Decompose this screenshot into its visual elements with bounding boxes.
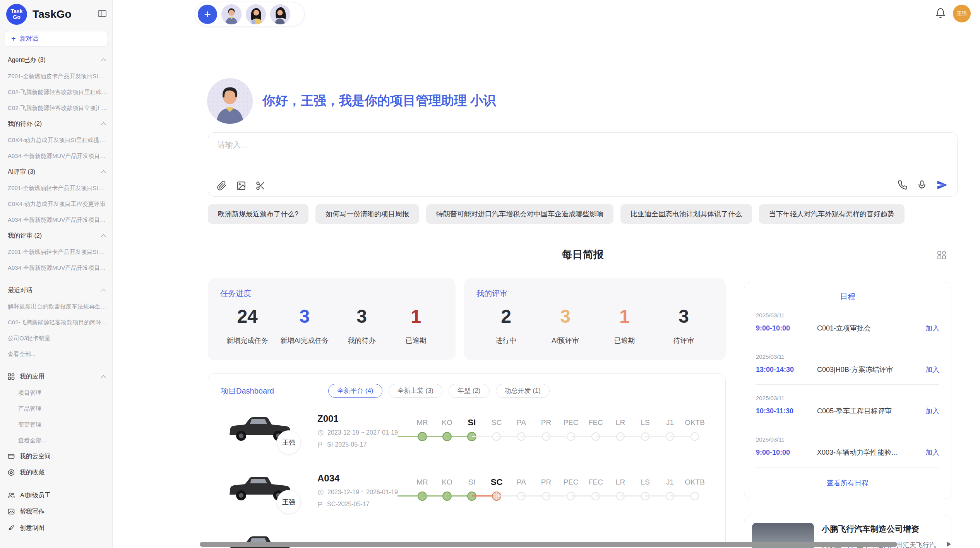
suggestion-chip[interactable]: 当下年轻人对汽车外观有怎样的喜好趋势	[759, 204, 905, 224]
filter-pill[interactable]: 全新上装 (3)	[389, 384, 443, 398]
greeting-text: 你好，王强，我是你的项目管理助理 小识	[262, 92, 496, 110]
section-my-apps[interactable]: 我的应用	[8, 368, 108, 385]
list-item[interactable]: 公司Q3轻卡销量	[8, 330, 108, 346]
list-item[interactable]: A034-全新新能源MUV产品开发项目法规符合性评审	[8, 212, 108, 228]
sidebar-collapse-icon[interactable]	[98, 9, 107, 19]
list-item[interactable]: C0X4-动力总成开发项目工程变更评审	[8, 196, 108, 212]
list-item[interactable]: C02-飞腾新能源轻客改款项目的闭环通告反馈情况	[8, 314, 108, 330]
suggestion-chip[interactable]: 特朗普可能对进口汽车增税会对中国车企造成哪些影响	[426, 204, 613, 224]
section-my-todo[interactable]: 我的待办 (2)	[8, 116, 108, 132]
user-avatar-badge[interactable]: 王强	[953, 5, 971, 22]
list-item[interactable]: Z001-全新燃油皮卡产品开发项目SI节点Lesson Learn报告	[8, 68, 108, 84]
clock-icon	[317, 430, 324, 436]
list-item[interactable]: A034-全新新能源MUV产品开发项目造型可行性评审	[8, 260, 108, 276]
list-item[interactable]: 解释最新出台的欧盟报废车法规再生塑料比例被调至15%...	[8, 298, 108, 314]
list-item[interactable]: Z001-全新燃油轻卡产品开发项目SI节点属性5D文件评审	[8, 244, 108, 260]
list-item[interactable]: A034-全新新能源MUV产品开发项目计划变更表编写	[8, 148, 108, 164]
clock-icon	[317, 489, 324, 496]
chevron-up-icon	[101, 375, 106, 380]
avatar[interactable]	[221, 4, 242, 24]
dashboard-header: 项目Dashboard 全新平台 (4) 全新上装 (3) 年型 (2) 动总开…	[221, 384, 725, 398]
assistant-avatar	[207, 78, 253, 124]
people-icon	[8, 492, 15, 499]
milestone-label: LR	[608, 417, 633, 428]
sidebar-item-favorites[interactable]: 我的收藏	[8, 464, 108, 481]
suggestion-chip[interactable]: 如何写一份清晰的项目周报	[315, 204, 419, 224]
date-range: 2023-12-19 ~ 2026-01-19	[327, 489, 398, 496]
filter-pill-selected[interactable]: 全新平台 (4)	[328, 384, 382, 398]
milestone-label: PA	[509, 417, 534, 428]
divider	[8, 365, 105, 365]
stat-value: 1	[603, 306, 646, 327]
join-link[interactable]: 加入	[925, 365, 939, 374]
chevron-up-icon	[101, 170, 106, 175]
sidebar-item-ai-super-staff[interactable]: AI超级员工	[8, 487, 108, 503]
image-icon[interactable]	[236, 181, 246, 191]
cloud-box-icon	[8, 453, 15, 460]
project-flag: SC-2025-05-17	[317, 501, 410, 508]
task-progress-card: 任务进度 24 新增完成任务 3 新增AI完成任务 3 我的待办 1 已逾期	[208, 278, 456, 360]
join-link[interactable]: 加入	[925, 324, 939, 333]
send-icon[interactable]	[936, 179, 948, 191]
section-recent-chats[interactable]: 最近对话	[8, 282, 108, 298]
dashboard-filters: 全新平台 (4) 全新上装 (3) 年型 (2) 动总开发 (1)	[328, 384, 550, 398]
new-chat-button[interactable]: + 新对话	[5, 31, 108, 46]
suggestion-chip[interactable]: 欧洲新规最近颁布了什么?	[208, 204, 308, 224]
sidebar-item-creative-drawing[interactable]: 创意制图	[8, 520, 108, 536]
sidebar-item-product-mgmt[interactable]: 产品管理	[8, 401, 108, 416]
section-agent-done[interactable]: Agent已办 (3)	[8, 52, 108, 68]
sidebar-item-help-me-write[interactable]: 帮我写作	[8, 503, 108, 520]
project-code: Z001	[317, 413, 410, 424]
add-agent-button[interactable]: +	[198, 5, 217, 24]
join-link[interactable]: 加入	[925, 406, 939, 416]
list-item[interactable]: C02-飞腾新能源轻客改款项目里程碑画布	[8, 84, 108, 100]
avatar[interactable]	[246, 4, 266, 24]
milestone-label: PR	[534, 417, 559, 428]
message-input[interactable]	[218, 140, 798, 171]
scroll-right-arrow-icon[interactable]	[947, 541, 951, 547]
project-row[interactable]: 王强 A034 2023-12-19 ~ 2026-01-19 SC-2025-…	[221, 471, 725, 522]
sidebar-item-cloud-space[interactable]: 我的云空间	[8, 448, 108, 464]
milestone-label: J1	[658, 417, 682, 428]
notification-bell-icon[interactable]	[935, 8, 946, 20]
stat-row: 24 新增完成任务 3 新增AI完成任务 3 我的待办 1 已逾期	[220, 306, 443, 345]
milestone-label: OKTB	[682, 477, 707, 488]
entry-date: 2025/03/11	[756, 395, 939, 401]
milestone-labels: MR KO SI SC PA PR PEC FEC LR LS J1 OKTB	[410, 417, 725, 428]
view-all-chats-link[interactable]: 查看全部...	[8, 346, 108, 362]
horizontal-scrollbar[interactable]	[200, 542, 897, 547]
filter-pill[interactable]: 年型 (2)	[449, 384, 490, 398]
stat-value: 1	[395, 306, 437, 327]
sidebar-item-project-mgmt[interactable]: 项目管理	[8, 385, 108, 401]
avatar[interactable]	[270, 4, 290, 24]
section-my-review[interactable]: 我的评审 (2)	[8, 228, 108, 244]
project-info: Z001 2023-12-19 ~ 2027-01-19 SI-2025-05-…	[317, 411, 410, 462]
section-ai-review[interactable]: AI评审 (3)	[8, 164, 108, 180]
join-link[interactable]: 加入	[925, 448, 939, 457]
milestone-dots	[410, 488, 725, 505]
project-dates: 2023-12-19 ~ 2027-01-19	[317, 429, 410, 436]
project-dates: 2023-12-19 ~ 2026-01-19	[317, 489, 410, 496]
microphone-icon[interactable]	[917, 180, 927, 190]
phone-icon[interactable]	[898, 180, 908, 190]
view-all-schedule-link[interactable]: 查看所有日程	[756, 478, 939, 488]
composer-right-tools	[898, 179, 948, 191]
person-avatar-man-icon	[221, 4, 242, 24]
milestone-labels: MR KO SI SC PA PR PEC FEC LR LS J1 OKTB	[410, 477, 725, 488]
filter-pill[interactable]: 动总开发 (1)	[496, 384, 550, 398]
list-item[interactable]: C02-飞腾新能源轻客改款项目立项汇报方案	[8, 100, 108, 116]
view-all-apps-link[interactable]: 查看全部...	[8, 432, 108, 448]
assistant-person-icon	[207, 78, 253, 124]
milestone-timeline: MR KO SI SC PA PR PEC FEC LR LS J1 OKTB	[410, 411, 725, 462]
list-item[interactable]: C0X4-动力总成开发项目SI里程碑提交物检查	[8, 132, 108, 148]
my-review-card: 我的评审 2 进行中 3 AI预评审 1 已逾期 3 待评审	[464, 278, 726, 360]
attachment-icon[interactable]	[217, 181, 227, 191]
sidebar-item-change-mgmt[interactable]: 变更管理	[8, 416, 108, 432]
daily-briefing-title: 每日简报	[208, 248, 958, 262]
divider	[8, 279, 105, 279]
project-row[interactable]: 王强 Z001 2023-12-19 ~ 2027-01-19 SI-2025-…	[221, 411, 725, 462]
list-item[interactable]: Z001-全新燃油轻卡产品开发项目SI造型提交物评审	[8, 180, 108, 196]
layout-grid-icon[interactable]	[937, 250, 947, 262]
scissors-icon[interactable]	[255, 181, 266, 191]
suggestion-chip[interactable]: 比亚迪全固态电池计划具体说了什么	[620, 204, 752, 224]
